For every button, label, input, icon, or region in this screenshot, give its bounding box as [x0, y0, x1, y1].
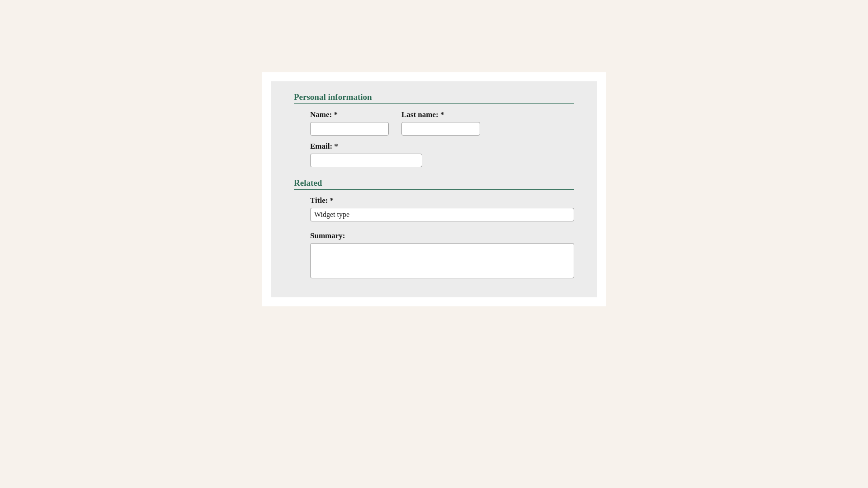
input-lastname[interactable] [401, 122, 480, 136]
label-email: Email: [310, 142, 574, 151]
input-name[interactable] [310, 122, 389, 136]
label-lastname: Last name: [401, 110, 480, 119]
field-name: Name: [310, 110, 389, 136]
form-card: Personal information Name: Last name: Em… [262, 72, 606, 306]
row-name-lastname: Name: Last name: [294, 110, 574, 136]
field-summary: Summary: [294, 231, 574, 278]
label-name: Name: [310, 110, 389, 119]
label-title: Title: [310, 196, 574, 205]
label-summary: Summary: [310, 231, 574, 240]
field-lastname: Last name: [401, 110, 480, 136]
input-email[interactable] [310, 154, 422, 167]
form-panel: Personal information Name: Last name: Em… [271, 81, 597, 297]
input-summary[interactable] [310, 243, 574, 278]
section-title-personal: Personal information [294, 92, 574, 104]
section-title-related: Related [294, 178, 574, 190]
input-title[interactable] [310, 208, 574, 221]
field-title: Title: [294, 196, 574, 221]
field-email: Email: [294, 142, 574, 167]
